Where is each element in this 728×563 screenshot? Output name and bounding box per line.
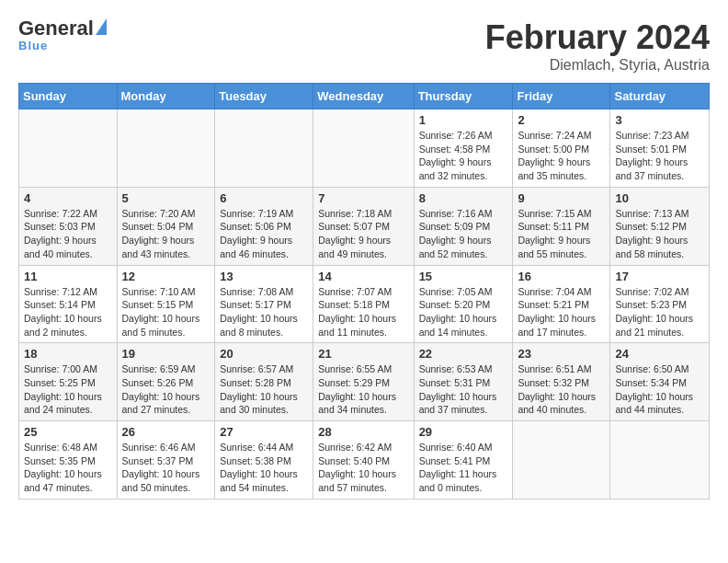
day-number: 14 bbox=[318, 270, 408, 283]
calendar-cell: 8Sunrise: 7:16 AMSunset: 5:09 PMDaylight… bbox=[414, 187, 513, 265]
title-block: February 2024 Diemlach, Styria, Austria bbox=[485, 18, 710, 74]
day-info: Sunrise: 6:40 AMSunset: 5:41 PMDaylight:… bbox=[419, 441, 508, 495]
day-number: 8 bbox=[419, 191, 508, 205]
day-info: Sunrise: 7:15 AMSunset: 5:11 PMDaylight:… bbox=[518, 207, 605, 261]
day-number: 5 bbox=[122, 191, 210, 205]
day-info: Sunrise: 7:26 AMSunset: 4:58 PMDaylight:… bbox=[419, 129, 508, 183]
calendar-cell: 15Sunrise: 7:05 AMSunset: 5:20 PMDayligh… bbox=[414, 265, 513, 343]
calendar-week-2: 4Sunrise: 7:22 AMSunset: 5:03 PMDaylight… bbox=[19, 187, 710, 265]
calendar-week-5: 25Sunrise: 6:48 AMSunset: 5:35 PMDayligh… bbox=[19, 421, 710, 500]
day-info: Sunrise: 7:19 AMSunset: 5:06 PMDaylight:… bbox=[220, 207, 308, 261]
location: Diemlach, Styria, Austria bbox=[485, 57, 710, 74]
day-number: 13 bbox=[220, 270, 308, 283]
calendar-week-1: 1Sunrise: 7:26 AMSunset: 4:58 PMDaylight… bbox=[19, 109, 710, 188]
day-number: 11 bbox=[24, 270, 112, 283]
day-info: Sunrise: 7:04 AMSunset: 5:21 PMDaylight:… bbox=[518, 285, 605, 339]
calendar-cell: 27Sunrise: 6:44 AMSunset: 5:38 PMDayligh… bbox=[215, 421, 313, 500]
calendar-cell: 22Sunrise: 6:53 AMSunset: 5:31 PMDayligh… bbox=[414, 343, 513, 421]
calendar-body: 1Sunrise: 7:26 AMSunset: 4:58 PMDaylight… bbox=[19, 109, 710, 500]
calendar-cell: 3Sunrise: 7:23 AMSunset: 5:01 PMDaylight… bbox=[610, 109, 710, 188]
calendar-cell: 2Sunrise: 7:24 AMSunset: 5:00 PMDaylight… bbox=[513, 109, 610, 188]
calendar-header: SundayMondayTuesdayWednesdayThursdayFrid… bbox=[19, 84, 710, 109]
day-info: Sunrise: 7:20 AMSunset: 5:04 PMDaylight:… bbox=[122, 207, 210, 261]
calendar-cell bbox=[513, 421, 610, 500]
calendar-cell: 4Sunrise: 7:22 AMSunset: 5:03 PMDaylight… bbox=[19, 187, 118, 265]
header-row: SundayMondayTuesdayWednesdayThursdayFrid… bbox=[19, 84, 710, 109]
day-info: Sunrise: 7:07 AMSunset: 5:18 PMDaylight:… bbox=[318, 285, 408, 339]
day-number: 3 bbox=[615, 113, 704, 127]
day-number: 7 bbox=[318, 191, 408, 205]
day-number: 24 bbox=[615, 347, 704, 361]
calendar-cell: 6Sunrise: 7:19 AMSunset: 5:06 PMDaylight… bbox=[215, 187, 313, 265]
calendar-cell: 24Sunrise: 6:50 AMSunset: 5:34 PMDayligh… bbox=[610, 343, 710, 421]
calendar-cell: 14Sunrise: 7:07 AMSunset: 5:18 PMDayligh… bbox=[313, 265, 414, 343]
calendar-table: SundayMondayTuesdayWednesdayThursdayFrid… bbox=[18, 83, 710, 500]
calendar-cell: 12Sunrise: 7:10 AMSunset: 5:15 PMDayligh… bbox=[117, 265, 215, 343]
day-number: 1 bbox=[419, 113, 508, 127]
calendar-cell: 26Sunrise: 6:46 AMSunset: 5:37 PMDayligh… bbox=[117, 421, 215, 500]
day-number: 17 bbox=[615, 270, 704, 283]
calendar-cell: 18Sunrise: 7:00 AMSunset: 5:25 PMDayligh… bbox=[19, 343, 118, 421]
day-number: 19 bbox=[122, 347, 210, 361]
day-number: 6 bbox=[220, 191, 308, 205]
day-info: Sunrise: 7:23 AMSunset: 5:01 PMDaylight:… bbox=[615, 129, 704, 183]
calendar-cell: 16Sunrise: 7:04 AMSunset: 5:21 PMDayligh… bbox=[513, 265, 610, 343]
day-number: 4 bbox=[24, 191, 112, 205]
day-info: Sunrise: 7:08 AMSunset: 5:17 PMDaylight:… bbox=[220, 285, 308, 339]
day-number: 22 bbox=[419, 347, 508, 361]
day-number: 25 bbox=[24, 425, 112, 439]
day-info: Sunrise: 7:22 AMSunset: 5:03 PMDaylight:… bbox=[24, 207, 112, 261]
day-info: Sunrise: 7:24 AMSunset: 5:00 PMDaylight:… bbox=[518, 129, 605, 183]
day-number: 21 bbox=[318, 347, 408, 361]
calendar-cell: 5Sunrise: 7:20 AMSunset: 5:04 PMDaylight… bbox=[117, 187, 215, 265]
day-number: 12 bbox=[122, 270, 210, 283]
weekday-header-friday: Friday bbox=[513, 84, 610, 109]
day-number: 10 bbox=[615, 191, 704, 205]
day-info: Sunrise: 6:57 AMSunset: 5:28 PMDaylight:… bbox=[220, 362, 308, 417]
logo-text: General bbox=[18, 18, 107, 39]
day-info: Sunrise: 6:51 AMSunset: 5:32 PMDaylight:… bbox=[518, 362, 605, 417]
day-number: 28 bbox=[318, 425, 408, 439]
day-number: 23 bbox=[518, 347, 605, 361]
calendar-cell: 7Sunrise: 7:18 AMSunset: 5:07 PMDaylight… bbox=[313, 187, 414, 265]
calendar-cell: 20Sunrise: 6:57 AMSunset: 5:28 PMDayligh… bbox=[215, 343, 313, 421]
day-number: 27 bbox=[220, 425, 308, 439]
calendar-cell: 29Sunrise: 6:40 AMSunset: 5:41 PMDayligh… bbox=[414, 421, 513, 500]
weekday-header-saturday: Saturday bbox=[610, 84, 710, 109]
weekday-header-sunday: Sunday bbox=[19, 84, 118, 109]
weekday-header-wednesday: Wednesday bbox=[313, 84, 414, 109]
day-number: 18 bbox=[24, 347, 112, 361]
calendar-cell: 23Sunrise: 6:51 AMSunset: 5:32 PMDayligh… bbox=[513, 343, 610, 421]
calendar-cell: 21Sunrise: 6:55 AMSunset: 5:29 PMDayligh… bbox=[313, 343, 414, 421]
logo-sub: Blue bbox=[18, 39, 48, 52]
calendar-week-3: 11Sunrise: 7:12 AMSunset: 5:14 PMDayligh… bbox=[19, 265, 710, 343]
day-number: 15 bbox=[419, 270, 508, 283]
day-info: Sunrise: 6:59 AMSunset: 5:26 PMDaylight:… bbox=[122, 362, 210, 417]
day-info: Sunrise: 7:13 AMSunset: 5:12 PMDaylight:… bbox=[615, 207, 704, 261]
calendar-cell: 28Sunrise: 6:42 AMSunset: 5:40 PMDayligh… bbox=[313, 421, 414, 500]
day-info: Sunrise: 7:12 AMSunset: 5:14 PMDaylight:… bbox=[24, 285, 112, 339]
calendar-cell: 9Sunrise: 7:15 AMSunset: 5:11 PMDaylight… bbox=[513, 187, 610, 265]
day-info: Sunrise: 7:05 AMSunset: 5:20 PMDaylight:… bbox=[419, 285, 508, 339]
day-info: Sunrise: 7:16 AMSunset: 5:09 PMDaylight:… bbox=[419, 207, 508, 261]
calendar-cell bbox=[313, 109, 414, 188]
calendar-cell: 19Sunrise: 6:59 AMSunset: 5:26 PMDayligh… bbox=[117, 343, 215, 421]
calendar-cell: 17Sunrise: 7:02 AMSunset: 5:23 PMDayligh… bbox=[610, 265, 710, 343]
day-info: Sunrise: 7:18 AMSunset: 5:07 PMDaylight:… bbox=[318, 207, 408, 261]
calendar-cell: 10Sunrise: 7:13 AMSunset: 5:12 PMDayligh… bbox=[610, 187, 710, 265]
day-number: 16 bbox=[518, 270, 605, 283]
calendar-cell: 25Sunrise: 6:48 AMSunset: 5:35 PMDayligh… bbox=[19, 421, 118, 500]
day-number: 29 bbox=[419, 425, 508, 439]
day-info: Sunrise: 7:00 AMSunset: 5:25 PMDaylight:… bbox=[24, 362, 112, 417]
day-info: Sunrise: 7:10 AMSunset: 5:15 PMDaylight:… bbox=[122, 285, 210, 339]
day-info: Sunrise: 6:46 AMSunset: 5:37 PMDaylight:… bbox=[122, 441, 210, 495]
weekday-header-tuesday: Tuesday bbox=[215, 84, 313, 109]
day-number: 2 bbox=[518, 113, 605, 127]
calendar-cell bbox=[215, 109, 313, 188]
logo: General Blue bbox=[18, 18, 107, 52]
day-number: 20 bbox=[220, 347, 308, 361]
calendar-cell bbox=[117, 109, 215, 188]
day-number: 9 bbox=[518, 191, 605, 205]
calendar-cell: 13Sunrise: 7:08 AMSunset: 5:17 PMDayligh… bbox=[215, 265, 313, 343]
day-info: Sunrise: 6:44 AMSunset: 5:38 PMDaylight:… bbox=[220, 441, 308, 495]
